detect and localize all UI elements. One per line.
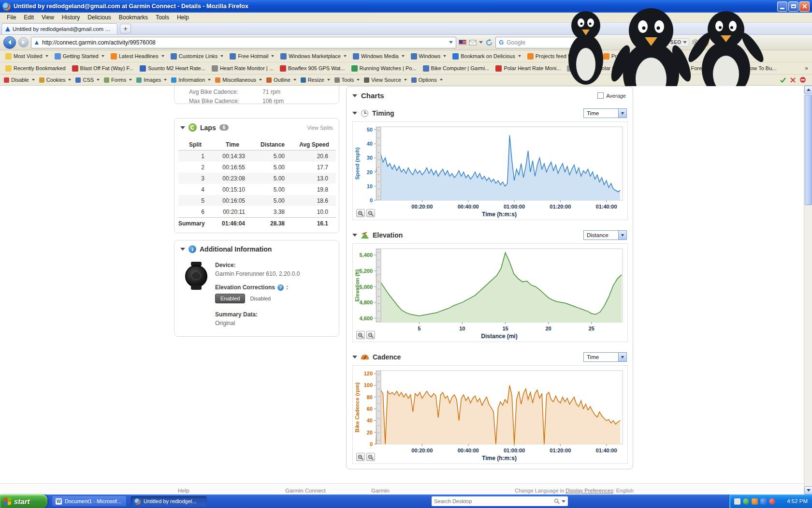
zoom-out-button[interactable] (366, 209, 375, 217)
webdev-menu-item[interactable]: Miscellaneous (215, 77, 262, 83)
search-icon[interactable] (585, 39, 591, 45)
bookmark-item[interactable]: Most Visited (2, 52, 51, 60)
bookmark-item[interactable]: Bike Computer | Garmi... (420, 64, 493, 73)
menu-item[interactable]: View (38, 13, 58, 22)
tray-network-icon[interactable] (760, 498, 767, 505)
cadence-chart[interactable]: 02040608010012000:20:0000:40:0001:00:000… (353, 366, 627, 463)
bookmark-item[interactable]: Windows Marketplace (277, 52, 349, 60)
menu-item[interactable]: Tools (152, 13, 173, 22)
task-button-firefox[interactable]: Untitled by redlodgel... (130, 496, 207, 507)
menu-item[interactable]: Delicious (84, 13, 115, 22)
bookmark-item[interactable]: Windows Media (350, 52, 407, 60)
bookmark-item[interactable]: Recently Bookmarked (2, 64, 69, 73)
footer-garmin-connect-link[interactable]: Garmin Connect (285, 488, 326, 493)
url-dropdown-icon[interactable] (449, 41, 453, 44)
bookmark-item[interactable]: Latest Headlines (108, 52, 167, 60)
gear-icon[interactable] (692, 39, 699, 46)
webdev-menu-item[interactable]: Images (136, 77, 167, 83)
webdev-menu-item[interactable]: View Source (364, 77, 407, 83)
menu-item[interactable]: Bookmarks (115, 13, 152, 22)
footer-garmin-link[interactable]: Garmin (371, 488, 390, 493)
bookmark-item[interactable]: Projects feed from So... (600, 52, 676, 60)
addon-orb-icon[interactable] (701, 39, 709, 46)
webdev-menu-item[interactable]: Resize (301, 77, 330, 83)
scroll-down-button[interactable] (804, 486, 812, 494)
mail-icon[interactable] (469, 40, 477, 45)
bookmark-item[interactable]: Free Hotmail (227, 52, 277, 60)
forward-button[interactable] (18, 37, 29, 47)
tray-alert-icon[interactable] (769, 498, 775, 505)
webdev-menu-item[interactable]: Forms (104, 77, 132, 83)
bookmark-item[interactable]: Heart Rate Monitor | ... (209, 64, 276, 73)
tray-app-icon[interactable] (734, 498, 740, 505)
webdev-menu-item[interactable]: CSS (75, 77, 100, 83)
elevation-chart[interactable]: 4,6004,8005,0005,2005,400510152025Elevat… (353, 244, 627, 342)
search-box[interactable]: G Google (495, 37, 594, 48)
stop-icon[interactable] (799, 76, 806, 83)
view-splits-link[interactable]: View Splits (307, 125, 333, 131)
display-preferences-link[interactable]: Display Preferences (566, 488, 613, 493)
bookmark-item[interactable]: Customize Links (168, 52, 227, 60)
collapse-caret-icon[interactable] (352, 112, 357, 115)
close-button[interactable] (799, 1, 810, 12)
bookmark-item[interactable]: Getting Started (52, 52, 107, 60)
elevation-enabled-button[interactable]: Enabled (215, 294, 245, 303)
timing-range-select[interactable]: Time (583, 108, 627, 118)
tray-status-icon[interactable] (743, 498, 749, 505)
search-icon[interactable] (554, 498, 560, 504)
menu-item[interactable]: History (58, 13, 84, 22)
desktop-search-input[interactable] (434, 498, 552, 504)
vertical-scrollbar[interactable] (804, 86, 812, 494)
tab-active[interactable]: Untitled by redlodgeland@gmail.com at Ga… (1, 23, 117, 34)
webdev-menu-item[interactable]: Options (411, 77, 443, 83)
valid-check-icon[interactable] (780, 76, 786, 83)
bookmark-item[interactable]: Bowflex 905 GPS Wat... (277, 64, 348, 73)
webdev-menu-item[interactable]: Outline (266, 77, 296, 83)
webdev-menu-item[interactable]: Information (171, 77, 211, 83)
zoom-in-button[interactable] (356, 209, 365, 217)
webdev-menu-item[interactable]: Tools (334, 77, 360, 83)
bookmark-item[interactable]: Running Watches | Po... (348, 64, 420, 73)
elevation-disabled-button[interactable]: Disabled (245, 294, 276, 303)
bookmarks-overflow-button[interactable]: » (805, 65, 812, 72)
maximize-button[interactable] (788, 1, 798, 12)
minimize-button[interactable] (777, 1, 787, 12)
seo-toolbar-button[interactable]: SEO (668, 38, 689, 46)
timing-chart[interactable]: 0102030405000:20:0000:40:0001:00:0001:20… (353, 122, 627, 220)
menu-item[interactable]: Help (173, 13, 193, 22)
bookmark-item[interactable]: Suunto M2 Heart Rate... (137, 64, 208, 73)
collapse-caret-icon[interactable] (352, 234, 357, 237)
help-icon[interactable]: ? (277, 284, 284, 291)
bookmark-item[interactable]: Windows (408, 52, 450, 60)
collapse-caret-icon[interactable] (180, 126, 185, 129)
webdev-menu-item[interactable]: Disable (4, 77, 35, 83)
average-checkbox[interactable] (597, 92, 604, 99)
zoom-in-button[interactable] (356, 331, 365, 339)
task-button-word[interactable]: W Document1 - Microsof... (52, 496, 127, 507)
menu-item[interactable]: Edit (20, 13, 38, 22)
bookmark-item[interactable]: YouTube - How To Bu... (710, 64, 779, 73)
start-button[interactable]: start (0, 494, 47, 508)
extensions-dropdown-icon[interactable] (479, 41, 483, 44)
cadence-range-select[interactable]: Time (583, 352, 627, 362)
desktop-search-bar[interactable] (432, 496, 568, 506)
tray-shield-icon[interactable] (752, 498, 758, 505)
menu-item[interactable]: File (3, 13, 20, 22)
bookmark-item[interactable]: Polar Heart Rate Moni... (493, 64, 564, 73)
url-input[interactable] (42, 39, 446, 46)
zoom-out-button[interactable] (366, 453, 375, 461)
search-options-icon[interactable] (562, 500, 566, 503)
bookmark-item[interactable]: The New GArmin Fore... (638, 64, 709, 73)
webdev-menu-item[interactable]: Cookies (39, 77, 72, 83)
bookmark-item[interactable]: Bookmark on Delicious (450, 52, 524, 60)
error-x-icon[interactable] (790, 77, 796, 83)
back-button[interactable] (3, 36, 16, 49)
collapse-caret-icon[interactable] (180, 248, 185, 251)
scrollbar-thumb[interactable] (805, 95, 812, 205)
footer-help-link[interactable]: Help (178, 488, 189, 493)
search-input[interactable]: Google (507, 39, 582, 46)
bookmark-item[interactable]: Blast Off Fat (Way) F... (69, 64, 137, 73)
zoom-out-button[interactable] (366, 331, 375, 339)
home-icon[interactable] (657, 39, 666, 46)
collapse-caret-icon[interactable] (352, 356, 357, 359)
